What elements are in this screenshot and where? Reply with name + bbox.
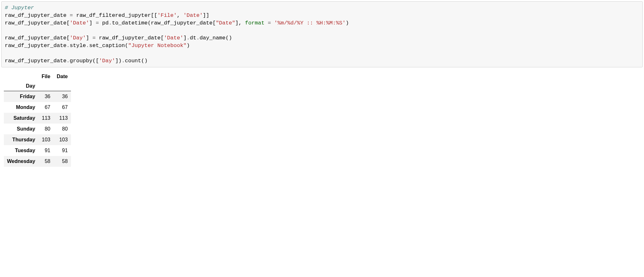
code-token: =: [70, 12, 73, 18]
code-token: .: [196, 35, 200, 41]
cell-date: 103: [53, 134, 71, 145]
code-token: to_datetime(raw_df_jupyter_date[: [112, 20, 216, 26]
code-token: count(): [125, 58, 148, 64]
code-cell[interactable]: # Jupyter raw_df_jupyter_date = raw_df_f…: [1, 1, 643, 67]
code-token: ,: [177, 12, 183, 18]
cell-file: 67: [38, 102, 54, 113]
code-string: 'Day': [99, 58, 115, 64]
code-token: raw_df_jupyter_date[: [96, 35, 164, 41]
row-index: Wednesday: [4, 156, 38, 167]
code-token: .: [66, 58, 70, 64]
code-token: raw_df_jupyter_date: [5, 12, 70, 18]
code-token: .: [186, 35, 190, 41]
cell-date: 67: [53, 102, 71, 113]
code-string: 'Date': [70, 20, 89, 26]
row-index: Monday: [4, 102, 38, 113]
code-token: ): [346, 20, 349, 26]
code-string: "Jupyter Notebook": [128, 43, 187, 49]
cell-date: 80: [53, 124, 71, 134]
cell-date: 36: [53, 91, 71, 102]
code-token: =: [92, 35, 95, 41]
code-token: .: [122, 58, 125, 64]
code-token: [271, 20, 274, 26]
col-header-file: File: [38, 72, 54, 81]
cell-date: 58: [53, 156, 71, 167]
code-token: .: [66, 43, 70, 49]
output-area: File Date Day Friday 36 36 Monday 67 67 …: [1, 67, 643, 171]
index-row: Day: [4, 81, 71, 91]
row-index: Tuesday: [4, 145, 38, 156]
cell-file: 80: [38, 124, 54, 134]
code-string: '%m/%d/%Y :: %H:%M:%S': [274, 20, 346, 26]
code-token: ],: [235, 20, 245, 26]
header-blank: [4, 72, 38, 81]
code-token: ): [186, 43, 190, 49]
code-token: raw_df_jupyter_date: [5, 58, 66, 64]
row-index: Friday: [4, 91, 38, 102]
code-token: raw_df_jupyter_date: [5, 43, 66, 49]
row-index: Saturday: [4, 113, 38, 124]
code-token: ]: [86, 35, 92, 41]
code-string: "Date": [216, 20, 235, 26]
code-token: raw_df_jupyter_date[: [5, 35, 70, 41]
header-blank: [53, 81, 71, 91]
row-index: Thursday: [4, 134, 38, 145]
code-token: style: [70, 43, 86, 49]
table-row: Thursday 103 103: [4, 134, 71, 145]
code-token: =: [96, 20, 99, 26]
code-token: .: [108, 20, 112, 26]
cell-date: 91: [53, 145, 71, 156]
index-name: Day: [4, 81, 38, 91]
code-token: [264, 20, 268, 26]
code-string: 'Date': [164, 35, 183, 41]
code-token: ]]: [203, 12, 209, 18]
cell-date: 113: [53, 113, 71, 124]
table-row: Saturday 113 113: [4, 113, 71, 124]
cell-file: 91: [38, 145, 54, 156]
code-token: pd: [99, 20, 109, 26]
code-token: set_caption(: [89, 43, 128, 49]
row-index: Sunday: [4, 124, 38, 134]
table-row: Sunday 80 80: [4, 124, 71, 134]
table-row: Friday 36 36: [4, 91, 71, 102]
cell-file: 58: [38, 156, 54, 167]
table-row: Monday 67 67: [4, 102, 71, 113]
table-row: Wednesday 58 58: [4, 156, 71, 167]
code-string: 'File': [158, 12, 177, 18]
code-string: 'Day': [70, 35, 86, 41]
code-token: ]: [183, 35, 186, 41]
col-header-date: Date: [53, 72, 71, 81]
cell-file: 103: [38, 134, 54, 145]
code-token: ]: [89, 20, 95, 26]
code-token: raw_df_filtered_jupyter[[: [73, 12, 157, 18]
code-token: ]): [115, 58, 122, 64]
table-row: Tuesday 91 91: [4, 145, 71, 156]
code-string: 'Date': [183, 12, 203, 18]
code-token: groupby([: [70, 58, 99, 64]
code-token: dt: [190, 35, 196, 41]
dataframe-table: File Date Day Friday 36 36 Monday 67 67 …: [4, 72, 71, 167]
code-token: day_name(): [200, 35, 232, 41]
code-token: raw_df_jupyter_date[: [5, 20, 70, 26]
code-token: =: [268, 20, 271, 26]
code-keyword: format: [245, 20, 264, 26]
cell-file: 113: [38, 113, 54, 124]
code-token: .: [86, 43, 89, 49]
cell-file: 36: [38, 91, 54, 102]
header-row: File Date: [4, 72, 71, 81]
code-comment: # Jupyter: [5, 5, 34, 11]
header-blank: [38, 81, 54, 91]
